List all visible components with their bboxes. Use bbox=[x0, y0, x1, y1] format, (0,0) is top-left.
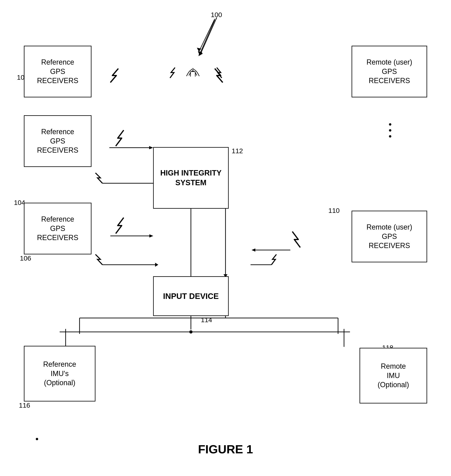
satellite-icon bbox=[181, 54, 205, 83]
figure-caption: FIGURE 1 bbox=[0, 442, 451, 456]
box-remote-gps-top: Remote (user)GPSRECEIVERS bbox=[351, 46, 427, 97]
svg-line-2 bbox=[200, 20, 215, 54]
lightning-remote-bot bbox=[284, 230, 324, 248]
svg-marker-24 bbox=[149, 234, 153, 237]
svg-line-4 bbox=[200, 18, 217, 54]
label-104: 104 bbox=[14, 199, 25, 206]
lightning-ref-mid2 bbox=[92, 217, 132, 235]
svg-marker-26 bbox=[251, 248, 255, 252]
svg-point-20 bbox=[192, 68, 194, 70]
dots-right bbox=[389, 123, 391, 137]
box-remote-imu-text: RemoteIMU(Optional) bbox=[378, 362, 409, 389]
box-ref-gps-mid2-text: ReferenceGPSRECEIVERS bbox=[37, 215, 78, 242]
dot-r3 bbox=[389, 135, 391, 137]
lightning-left-top bbox=[93, 68, 124, 83]
label-114: 114 bbox=[201, 316, 212, 324]
svg-marker-22 bbox=[149, 146, 153, 149]
diagram-container: 100 102 ReferenceGPSRECEIVERS 108 Remote… bbox=[0, 0, 451, 476]
box-high-integrity-text: HIGH INTEGRITYSYSTEM bbox=[160, 168, 221, 188]
line-to-remote-imu bbox=[338, 329, 350, 349]
box-ref-gps-mid2: ReferenceGPSRECEIVERS bbox=[24, 203, 91, 254]
box-high-integrity: HIGH INTEGRITYSYSTEM bbox=[153, 147, 229, 209]
box-ref-imu: ReferenceIMU's(Optional) bbox=[24, 346, 95, 402]
svg-marker-1 bbox=[197, 48, 201, 52]
box-ref-gps-top: ReferenceGPSRECEIVERS bbox=[24, 46, 91, 97]
svg-line-0 bbox=[199, 19, 215, 52]
dot-r2 bbox=[389, 129, 391, 132]
svg-marker-9 bbox=[155, 263, 158, 267]
decorative-dot-bottom-left bbox=[36, 438, 38, 440]
arrow-remote-bot-to-input bbox=[251, 247, 290, 253]
box-input-device-text: INPUT DEVICE bbox=[163, 291, 219, 301]
box-ref-gps-mid1: ReferenceGPSRECEIVERS bbox=[24, 115, 91, 167]
label-110: 110 bbox=[328, 207, 340, 214]
dot-r1 bbox=[389, 123, 391, 126]
label-106: 106 bbox=[20, 254, 31, 262]
label-116: 116 bbox=[19, 402, 30, 409]
label-112: 112 bbox=[232, 147, 243, 155]
box-remote-imu: RemoteIMU(Optional) bbox=[360, 348, 427, 403]
lightning-right-top bbox=[209, 68, 241, 83]
line-horizontal-split bbox=[60, 329, 350, 335]
arrow-ref-mid2-to-input bbox=[110, 233, 154, 239]
arrow-ref-mid1-to-hi bbox=[109, 145, 154, 151]
svg-point-31 bbox=[189, 330, 193, 334]
lightning-ref-mid1 bbox=[92, 129, 132, 147]
box-remote-gps-bot-text: Remote (user)GPSRECEIVERS bbox=[366, 223, 412, 250]
box-remote-gps-top-text: Remote (user)GPSRECEIVERS bbox=[366, 58, 412, 86]
box-ref-gps-top-text: ReferenceGPSRECEIVERS bbox=[37, 58, 78, 86]
label-100: 100 bbox=[211, 11, 222, 19]
box-input-device: INPUT DEVICE bbox=[153, 276, 229, 316]
box-ref-gps-mid1-text: ReferenceGPSRECEIVERS bbox=[37, 127, 78, 155]
box-remote-gps-bot: Remote (user)GPSRECEIVERS bbox=[351, 211, 427, 262]
svg-rect-18 bbox=[190, 72, 195, 76]
box-ref-imu-text: ReferenceIMU's(Optional) bbox=[43, 360, 76, 388]
